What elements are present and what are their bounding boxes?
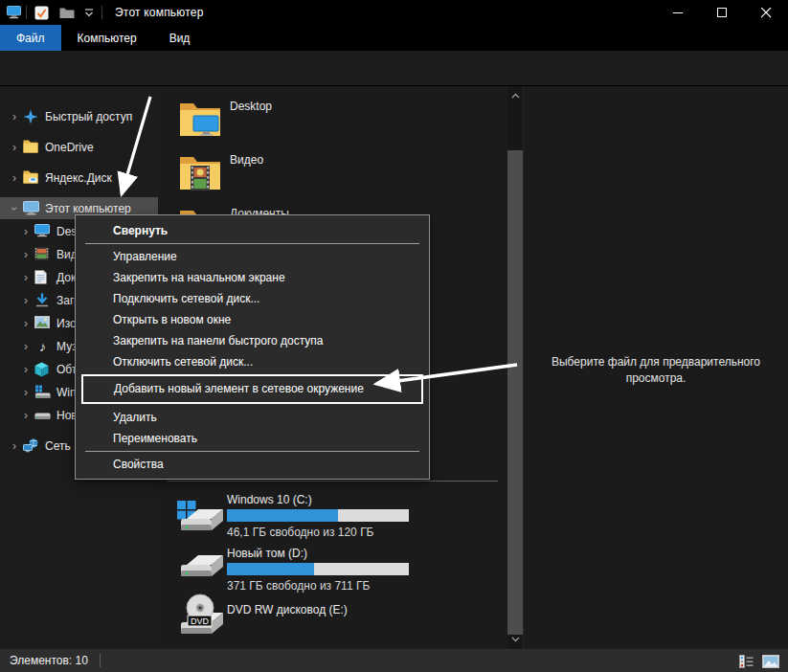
scrollbar-thumb[interactable]	[507, 150, 523, 635]
scroll-down-icon[interactable]	[507, 632, 523, 646]
sidebar-item-label: Яндекс.Диск	[45, 171, 112, 185]
drive-name: Новый том (D:)	[227, 547, 307, 560]
videos-icon	[34, 247, 51, 262]
sidebar-item-label: Сеть	[45, 439, 71, 453]
tab-computer[interactable]: Компьютер	[61, 25, 153, 51]
preview-message: Выберите файл для предварительного просм…	[541, 354, 771, 387]
vertical-scrollbar[interactable]	[507, 86, 523, 648]
items-count: Элементов: 10	[10, 654, 88, 667]
titlebar-separator	[101, 6, 102, 19]
downloads-icon	[34, 293, 51, 308]
drive-name: Windows 10 (C:)	[227, 493, 312, 506]
drive-usage-bar	[227, 509, 409, 522]
windows-drive-icon	[175, 493, 225, 540]
minimize-button[interactable]	[656, 0, 700, 25]
menu-separator	[85, 243, 419, 244]
drive-usage-fill	[227, 563, 314, 575]
drive-usage-bar	[227, 563, 409, 575]
close-button[interactable]	[744, 0, 788, 25]
drive-name: DVD RW дисковод (E:)	[227, 603, 348, 616]
drive-free-space: 46,1 ГБ свободно из 120 ГБ	[227, 526, 374, 539]
menu-item-manage[interactable]: Управление	[76, 246, 429, 267]
menu-item-pin-to-quick-access[interactable]: Закрепить на панели быстрого доступа	[76, 330, 429, 351]
desktop-folder-icon	[177, 96, 223, 145]
preview-pane: Выберите файл для предварительного просм…	[523, 86, 788, 648]
chevron-right-icon[interactable]: ›	[19, 225, 33, 238]
pictures-icon	[34, 316, 51, 331]
network-icon	[23, 438, 39, 454]
chevron-right-icon[interactable]: ›	[8, 110, 21, 123]
window-controls	[656, 0, 788, 25]
drive-icon	[175, 551, 225, 594]
chevron-right-icon[interactable]: ›	[19, 386, 33, 399]
folder-tile-label: Desktop	[230, 100, 272, 113]
menu-item-collapse[interactable]: Свернуть	[76, 220, 429, 241]
status-bar: Элементов: 10	[0, 648, 788, 672]
explorer-window: { "title_bar": { "title": "Этот компьюте…	[0, 0, 788, 672]
maximize-button[interactable]	[700, 0, 744, 25]
chevron-right-icon[interactable]: ›	[19, 248, 33, 261]
chevron-right-icon[interactable]: ›	[19, 340, 33, 353]
music-icon: ♪	[34, 339, 51, 354]
folder-icon	[23, 140, 39, 155]
window-title: Этот компьютер	[115, 6, 204, 19]
chevron-right-icon[interactable]: ›	[19, 317, 33, 330]
this-pc-icon	[23, 201, 39, 216]
ribbon-tab-row: Файл Компьютер Вид	[0, 25, 788, 51]
large-icons-view-button[interactable]	[761, 652, 780, 671]
documents-icon	[34, 270, 51, 285]
menu-item-pin-to-start[interactable]: Закрепить на начальном экране	[76, 267, 429, 288]
menu-item-rename[interactable]: Переименовать	[76, 428, 429, 449]
properties-check-icon[interactable]	[32, 0, 51, 25]
chevron-down-icon[interactable]: ›	[8, 202, 21, 215]
sidebar-item-onedrive[interactable]: › OneDrive	[0, 136, 158, 158]
chevron-right-icon[interactable]: ›	[8, 439, 21, 453]
chevron-right-icon[interactable]: ›	[19, 271, 33, 284]
folder-tile-label: Видео	[230, 153, 263, 167]
tab-view[interactable]: Вид	[153, 25, 207, 51]
tab-file[interactable]: Файл	[0, 25, 61, 51]
videos-folder-icon	[177, 149, 223, 198]
title-bar: Этот компьютер	[0, 0, 788, 25]
3d-objects-cube-icon	[34, 362, 51, 377]
chevron-right-icon[interactable]: ›	[19, 363, 33, 376]
menu-item-add-network-location[interactable]: Добавить новый элемент в сетевое окружен…	[81, 374, 423, 404]
chevron-right-icon[interactable]: ›	[19, 294, 33, 307]
dvd-drive-icon: DVD	[175, 594, 225, 644]
details-view-button[interactable]	[736, 652, 755, 671]
menu-item-properties[interactable]: Свойства	[76, 454, 429, 475]
quick-access-star-icon	[23, 109, 39, 124]
customize-quick-access-chevron-icon[interactable]	[81, 0, 97, 25]
sidebar-item-yandex-disk[interactable]: › Яндекс.Диск	[0, 167, 158, 189]
sidebar-item-quick-access[interactable]: › Быстрый доступ	[0, 105, 158, 127]
titlebar-separator	[26, 6, 27, 19]
window-computer-icon	[7, 0, 21, 25]
menu-separator	[85, 451, 419, 452]
dvd-badge: DVD	[191, 616, 210, 626]
yandex-disk-folder-icon	[23, 170, 39, 186]
drive-free-space: 371 ГБ свободно из 711 ГБ	[227, 579, 370, 593]
view-switcher	[736, 649, 780, 672]
menu-item-delete[interactable]: Удалить	[76, 407, 429, 428]
chevron-right-icon[interactable]: ›	[19, 409, 33, 422]
navigation-bar	[0, 51, 788, 86]
menu-item-open-in-new-window[interactable]: Открыть в новом окне	[76, 309, 429, 330]
desktop-icon	[34, 224, 51, 239]
drive-icon	[34, 408, 51, 423]
sidebar-item-label: Быстрый доступ	[45, 110, 132, 123]
new-folder-icon[interactable]	[56, 0, 78, 25]
chevron-right-icon[interactable]: ›	[8, 171, 21, 185]
statusbar-divider	[100, 654, 101, 667]
context-menu: Свернуть Управление Закрепить на начальн…	[75, 214, 430, 480]
chevron-right-icon[interactable]: ›	[8, 141, 21, 154]
sidebar-item-label: OneDrive	[45, 141, 94, 154]
drive-usage-fill	[227, 509, 338, 522]
windows-drive-icon	[34, 385, 51, 400]
menu-item-disconnect-network-drive[interactable]: Отключить сетевой диск...	[76, 351, 429, 372]
scroll-up-icon[interactable]	[507, 88, 523, 102]
menu-item-map-network-drive[interactable]: Подключить сетевой диск...	[76, 288, 429, 309]
sidebar-item-label: Этот компьютер	[45, 202, 131, 215]
